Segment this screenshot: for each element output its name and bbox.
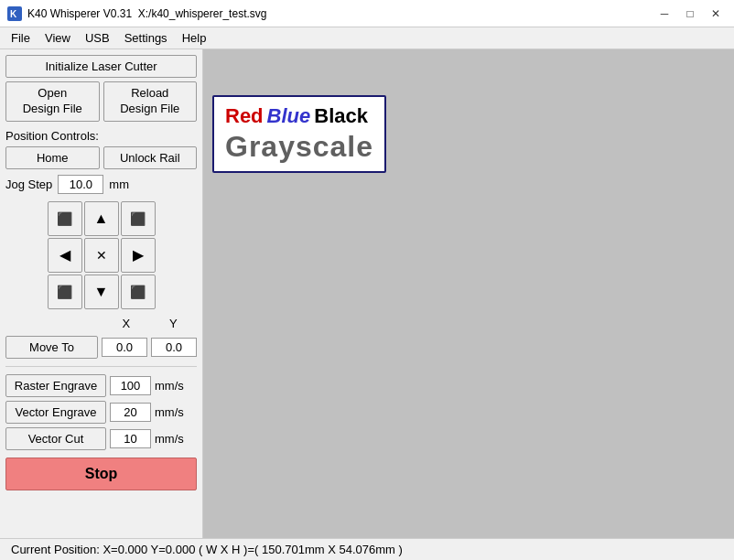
minimize-button[interactable]: ─ bbox=[653, 5, 675, 23]
main-content: Initialize Laser Cutter OpenDesign File … bbox=[0, 49, 734, 538]
status-text: Current Position: X=0.000 Y=0.000 ( W X … bbox=[11, 543, 403, 556]
arrow-down-icon: ▼ bbox=[94, 284, 109, 300]
open-design-button[interactable]: OpenDesign File bbox=[5, 81, 100, 122]
jog-bottom-right-button[interactable]: ⬛ bbox=[121, 275, 156, 309]
unlock-rail-button[interactable]: Unlock Rail bbox=[103, 146, 198, 169]
menu-usb[interactable]: USB bbox=[78, 29, 117, 47]
raster-engrave-row: Raster Engrave mm/s bbox=[5, 374, 197, 397]
jog-top-left-icon: ⬛ bbox=[57, 211, 72, 226]
design-file-row: OpenDesign File ReloadDesign File bbox=[5, 81, 197, 122]
title-bar-controls: ─ □ ✕ bbox=[653, 5, 727, 23]
xy-labels-row: X Y bbox=[5, 317, 197, 330]
preview-text-gray: Grayscale bbox=[225, 130, 373, 163]
menu-settings[interactable]: Settings bbox=[117, 29, 175, 47]
vector-engrave-unit: mm/s bbox=[155, 405, 184, 419]
jog-center-button[interactable]: ✕ bbox=[84, 238, 119, 273]
jog-step-row: Jog Step mm bbox=[5, 175, 197, 194]
vector-engrave-input[interactable] bbox=[110, 403, 151, 422]
menu-view[interactable]: View bbox=[38, 29, 78, 47]
raster-engrave-button[interactable]: Raster Engrave bbox=[5, 374, 106, 397]
app-icon: K bbox=[7, 6, 22, 21]
vector-engrave-button[interactable]: Vector Engrave bbox=[5, 401, 106, 424]
raster-engrave-input[interactable] bbox=[110, 376, 151, 395]
center-icon: ✕ bbox=[96, 248, 107, 263]
home-button[interactable]: Home bbox=[5, 146, 100, 169]
jog-step-input[interactable] bbox=[58, 175, 103, 194]
arrow-up-icon: ▲ bbox=[94, 210, 109, 227]
preview-line1: Red Blue Black bbox=[225, 104, 373, 128]
vector-cut-row: Vector Cut mm/s bbox=[5, 427, 197, 450]
move-to-row: Move To bbox=[5, 336, 197, 359]
preview-line2: Grayscale bbox=[225, 130, 373, 164]
arrow-right-icon: ▶ bbox=[133, 246, 144, 264]
arrow-left-icon: ◀ bbox=[59, 246, 70, 264]
canvas-area: Red Blue Black Grayscale bbox=[203, 49, 734, 538]
status-bar: Current Position: X=0.000 Y=0.000 ( W X … bbox=[0, 538, 734, 560]
menu-help[interactable]: Help bbox=[175, 29, 214, 47]
move-to-x-input[interactable] bbox=[102, 338, 147, 357]
jog-grid: ⬛ ▲ ⬛ ◀ ✕ ▶ ⬛ ▼ bbox=[48, 201, 156, 309]
vector-cut-unit: mm/s bbox=[155, 432, 184, 446]
vector-cut-button[interactable]: Vector Cut bbox=[5, 427, 106, 450]
jog-top-right-icon: ⬛ bbox=[130, 211, 146, 226]
vector-cut-input[interactable] bbox=[110, 429, 151, 448]
jog-top-left-button[interactable]: ⬛ bbox=[48, 201, 82, 236]
jog-top-right-button[interactable]: ⬛ bbox=[121, 201, 156, 236]
reload-design-button[interactable]: ReloadDesign File bbox=[103, 81, 198, 122]
menu-file[interactable]: File bbox=[4, 29, 38, 47]
initialize-button[interactable]: Initialize Laser Cutter bbox=[5, 55, 197, 78]
title-bar-text: K40 Whisperer V0.31 X:/k40_whisperer_tes… bbox=[27, 7, 266, 20]
svg-text:K: K bbox=[10, 9, 17, 19]
left-panel: Initialize Laser Cutter OpenDesign File … bbox=[0, 49, 203, 538]
jog-bottom-right-icon: ⬛ bbox=[130, 285, 146, 299]
title-bar: K K40 Whisperer V0.31 X:/k40_whisperer_t… bbox=[0, 0, 734, 27]
move-to-y-input[interactable] bbox=[151, 338, 197, 357]
close-button[interactable]: ✕ bbox=[705, 5, 727, 23]
jog-right-button[interactable]: ▶ bbox=[121, 238, 156, 273]
x-label: X bbox=[104, 317, 147, 330]
stop-button[interactable]: Stop bbox=[5, 458, 197, 490]
jog-up-button[interactable]: ▲ bbox=[84, 201, 119, 236]
home-unlock-row: Home Unlock Rail bbox=[5, 146, 197, 169]
raster-engrave-unit: mm/s bbox=[155, 379, 184, 393]
jog-left-button[interactable]: ◀ bbox=[48, 238, 82, 273]
maximize-button[interactable]: □ bbox=[679, 5, 701, 23]
vector-engrave-row: Vector Engrave mm/s bbox=[5, 401, 197, 424]
move-to-button[interactable]: Move To bbox=[5, 336, 98, 359]
design-preview: Red Blue Black Grayscale bbox=[212, 95, 386, 173]
preview-text-blue: Blue bbox=[267, 104, 311, 128]
separator-1 bbox=[5, 366, 197, 367]
menu-bar: File View USB Settings Help bbox=[0, 27, 734, 49]
jog-step-label: Jog Step bbox=[5, 178, 52, 191]
jog-down-button[interactable]: ▼ bbox=[84, 275, 119, 309]
jog-bottom-left-icon: ⬛ bbox=[57, 285, 72, 299]
preview-text-black: Black bbox=[314, 104, 368, 128]
position-controls-label: Position Controls: bbox=[5, 129, 197, 143]
jog-step-unit: mm bbox=[109, 178, 129, 191]
jog-bottom-left-button[interactable]: ⬛ bbox=[48, 275, 82, 309]
preview-text-red: Red bbox=[225, 104, 264, 128]
title-bar-left: K K40 Whisperer V0.31 X:/k40_whisperer_t… bbox=[7, 6, 266, 21]
y-label: Y bbox=[152, 317, 195, 330]
